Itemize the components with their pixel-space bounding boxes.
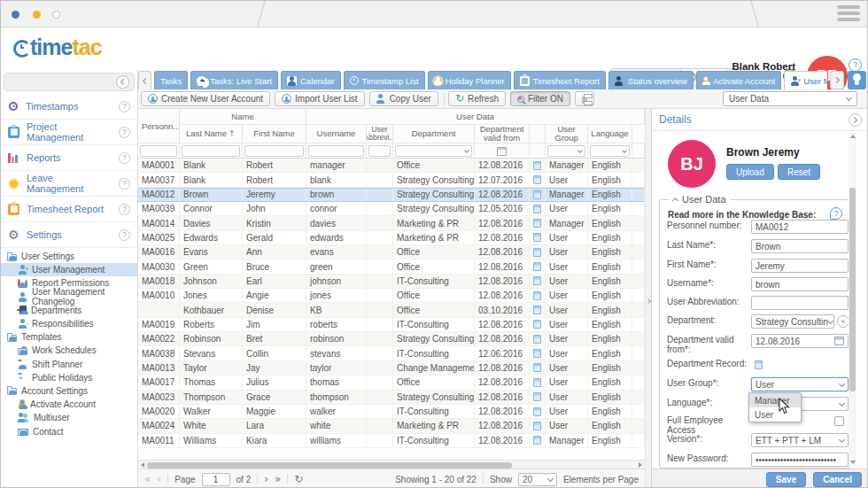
first-name-field[interactable]: Jeremy (751, 259, 849, 273)
department-valid-from-field[interactable]: 12.08.2016 (751, 334, 849, 348)
department-record-icon[interactable] (533, 233, 541, 242)
sidebar-tree-item[interactable]: Work Schedules (1, 344, 137, 357)
refresh-grid-button[interactable]: Refresh (448, 91, 506, 106)
sidebar-tree-item[interactable]: User Management Changelog (1, 290, 137, 304)
scroll-down-arrow-icon[interactable] (850, 461, 856, 464)
knowledge-base-help-icon[interactable] (830, 207, 842, 220)
column-header-department[interactable]: Department (393, 125, 475, 143)
filter-on-button[interactable]: Filter ON (510, 91, 570, 106)
sidebar-tree-item[interactable]: Public Holidays (1, 371, 137, 384)
full-employee-access-checkbox[interactable] (834, 416, 844, 426)
user-data-legend[interactable]: User Data (669, 194, 731, 205)
department-record-icon[interactable] (533, 291, 541, 300)
module-tab[interactable]: Timesheet Report (514, 71, 606, 89)
department-record-icon[interactable] (533, 392, 541, 401)
department-record-icon[interactable] (533, 219, 541, 228)
table-row[interactable]: MA0019 Roberts Jim roberts IT-Consulting… (138, 318, 645, 332)
save-button[interactable]: Save (766, 472, 806, 487)
column-header-abbreviation[interactable]: User Abbrevi... (367, 125, 393, 143)
sidebar-tree-item[interactable]: Contact (1, 424, 137, 438)
table-row[interactable]: MA0039 Connor John connor Strategy Consu… (138, 202, 645, 216)
table-row[interactable]: MA0011 Williams Kiara williams IT-Consul… (138, 434, 645, 448)
column-header-username[interactable]: Username (306, 125, 367, 143)
module-tab[interactable]: User Management (784, 71, 827, 89)
cancel-button[interactable]: Cancel (813, 472, 862, 487)
department-record-icon[interactable] (533, 248, 541, 257)
table-row[interactable]: MA0012 Brown Jeremy brown Strategy Consu… (138, 188, 645, 202)
column-header-record[interactable] (530, 125, 546, 143)
timetac-logo[interactable]: timetac (13, 34, 102, 60)
horizontal-scrollbar-thumb[interactable] (147, 462, 512, 469)
table-row[interactable]: MA0038 Stevans Collin stevans IT-Consult… (138, 346, 645, 360)
help-circle-icon[interactable] (119, 178, 130, 190)
department-record-icon[interactable] (533, 335, 541, 344)
sidebar-module-item[interactable]: Settings (1, 222, 137, 248)
table-row[interactable]: MA0022 Robinson Bret robinson Strategy C… (138, 332, 645, 346)
filter-user-group-select[interactable] (547, 145, 585, 157)
filter-last-name-input[interactable] (182, 145, 240, 157)
vertical-scrollbar-thumb[interactable] (849, 188, 856, 391)
module-tab[interactable]: Activate Account (696, 71, 781, 89)
create-new-user-button[interactable]: Create New User Account (141, 91, 270, 106)
department-select[interactable]: Strategy Consultin (751, 314, 834, 329)
username-field[interactable]: brown (751, 277, 849, 291)
table-row[interactable]: MA0013 Taylor Jay taylor Change Manageme… (138, 361, 645, 376)
scroll-left-arrow-icon[interactable] (141, 462, 144, 468)
department-record-icon[interactable] (533, 205, 541, 213)
sidebar-tree-item[interactable]: Activate Account (1, 398, 137, 411)
sidebar-tree-item[interactable]: Shift Planner (1, 358, 137, 371)
new-password-field[interactable]: •••••••••••••••••••••••••• (751, 453, 849, 467)
browser-menu-icon[interactable] (837, 5, 860, 24)
filter-language-select[interactable] (590, 145, 630, 157)
page-number-input[interactable] (202, 473, 230, 486)
department-record-icon[interactable] (533, 190, 541, 199)
tab-scroll-right-button[interactable] (830, 71, 844, 89)
upload-avatar-button[interactable]: Upload (726, 164, 774, 180)
filter-abbreviation-input[interactable] (368, 145, 391, 157)
help-circle-icon[interactable] (119, 204, 130, 215)
last-name-field[interactable]: Brown (751, 239, 849, 253)
table-row[interactable]: MA0025 Edwards Gerald edwards Marketing … (138, 231, 645, 245)
scroll-right-arrow-icon[interactable] (639, 462, 642, 468)
table-row[interactable]: Kothbauer Denise KB Office 03.10.2016 Us… (138, 303, 645, 317)
department-record-icon[interactable] (533, 276, 541, 285)
sidebar-tree-item[interactable]: Responsibilities (1, 317, 137, 330)
module-tab[interactable]: Holiday Planner (428, 71, 511, 89)
table-row[interactable]: MA0001 Blank Robert manager Office 12.08… (138, 159, 645, 173)
column-header-language[interactable]: Language (588, 125, 632, 143)
tab-scroll-left-button[interactable] (138, 71, 151, 89)
help-circle-icon[interactable] (119, 229, 130, 241)
module-tab[interactable]: Timestamp List (344, 71, 425, 89)
reset-avatar-button[interactable]: Reset (778, 164, 820, 180)
column-header-user-group[interactable]: User Group (546, 125, 588, 143)
sidebar-tree-item[interactable]: User Settings (1, 250, 137, 263)
last-page-button[interactable]: » (275, 474, 281, 484)
sidebar-module-item[interactable]: Timesheet Report (1, 197, 137, 222)
module-tab[interactable]: Tasks (154, 71, 188, 89)
scroll-up-arrow-icon[interactable] (850, 135, 856, 138)
table-row[interactable]: MA0020 Walker Maggie walker IT-Consultin… (138, 405, 645, 419)
department-record-icon[interactable] (533, 363, 541, 372)
user-abbreviation-field[interactable] (751, 296, 849, 310)
filter-personnel-input[interactable] (140, 145, 177, 157)
sidebar-module-item[interactable]: Timestamps (1, 94, 137, 120)
details-vertical-scrollbar[interactable] (849, 133, 856, 466)
reload-grid-icon[interactable]: ↻ (294, 474, 303, 484)
department-record-icon[interactable] (533, 320, 541, 329)
help-circle-icon[interactable] (119, 152, 130, 164)
department-record-icon[interactable] (533, 378, 541, 387)
tips-lightbulb-button[interactable] (848, 71, 866, 89)
next-page-button[interactable]: › (264, 474, 268, 484)
sidebar-tree-item[interactable]: Account Settings (1, 384, 137, 398)
department-record-icon[interactable] (533, 349, 541, 358)
table-row[interactable]: MA0014 Davies Kristin davies Marketing &… (138, 216, 645, 230)
department-record-icon[interactable] (533, 407, 541, 416)
window-dot-white-icon[interactable] (52, 11, 60, 19)
expand-details-button[interactable] (849, 113, 862, 127)
sidebar-module-item[interactable]: Leave Management (1, 171, 137, 197)
sidebar-module-item[interactable]: Project Management (1, 120, 137, 145)
print-button[interactable] (575, 91, 594, 106)
calendar-icon[interactable] (834, 337, 844, 345)
first-page-button[interactable]: « (144, 474, 151, 484)
copy-user-button[interactable]: Copy User (369, 91, 438, 106)
